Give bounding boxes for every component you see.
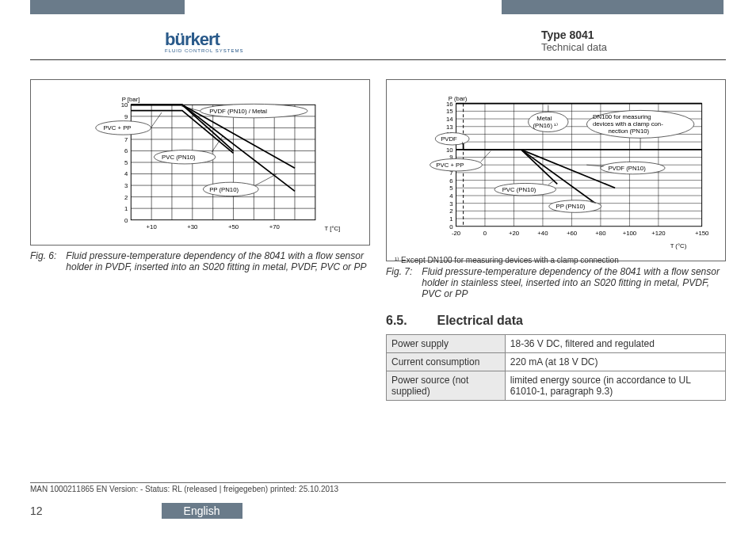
- logo-subtitle: FLUID CONTROL SYSTEMS: [165, 48, 243, 53]
- svg-text:2: 2: [124, 194, 128, 201]
- svg-text:Metal: Metal: [536, 115, 552, 122]
- svg-text:4: 4: [449, 192, 453, 200]
- chart2-xlabel: T (°C): [670, 242, 687, 249]
- svg-text:+120: +120: [651, 230, 665, 237]
- figure-6-caption: Fig. 6: Fluid pressure-temperature depen…: [30, 250, 370, 272]
- section-label: Technical data: [541, 41, 607, 53]
- fig7-label: Fig. 7:: [386, 266, 412, 299]
- svg-text:6: 6: [449, 177, 452, 185]
- fig7-footnote: ¹⁾ Except DN100 for measuring devices wi…: [395, 256, 717, 265]
- svg-text:+70: +70: [269, 223, 280, 230]
- svg-text:+100: +100: [623, 230, 636, 237]
- svg-text:10: 10: [446, 147, 453, 154]
- elec-key-1: Current consumption: [387, 353, 506, 371]
- svg-text:PVC (PN10): PVC (PN10): [502, 186, 536, 193]
- table-row: Power supply 18-36 V DC, filtered and re…: [387, 335, 726, 353]
- fig6-label: Fig. 6:: [30, 250, 56, 272]
- svg-line-112: [481, 151, 491, 162]
- svg-text:5: 5: [124, 159, 128, 166]
- svg-text:-20: -20: [452, 230, 460, 237]
- page-footer: 12 English: [30, 503, 726, 519]
- figure-7-chart: P (bar) T (°C): [386, 79, 726, 261]
- svg-text:+20: +20: [509, 230, 519, 237]
- svg-text:13: 13: [446, 124, 453, 131]
- chart1-xlabel: T [°C]: [324, 225, 340, 232]
- elec-key-0: Power supply: [387, 335, 506, 353]
- elec-val-0: 18-36 V DC, filtered and regulated: [505, 335, 725, 353]
- svg-text:15: 15: [446, 108, 453, 115]
- svg-text:+150: +150: [695, 230, 708, 237]
- section-title: Electrical data: [437, 314, 523, 327]
- svg-text:7: 7: [124, 136, 128, 143]
- svg-text:PVC + PP: PVC + PP: [103, 124, 131, 131]
- svg-text:PVDF (PN10) / Metal: PVDF (PN10) / Metal: [209, 108, 267, 115]
- type-label: Type 8041: [541, 29, 607, 41]
- brand-logo: bürkert FLUID CONTROL SYSTEMS: [165, 29, 243, 53]
- svg-text:0: 0: [449, 223, 452, 230]
- svg-text:PP (PN10): PP (PN10): [556, 203, 586, 210]
- svg-text:+30: +30: [187, 223, 197, 230]
- svg-text:6: 6: [124, 147, 128, 154]
- page-header: bürkert FLUID CONTROL SYSTEMS Type 8041 …: [30, 29, 726, 60]
- svg-text:+60: +60: [567, 230, 577, 237]
- svg-text:+10: +10: [147, 223, 157, 230]
- svg-text:16: 16: [446, 101, 453, 108]
- svg-text:PVC (PN10): PVC (PN10): [162, 154, 196, 161]
- svg-line-44: [255, 174, 277, 186]
- electrical-data-table: Power supply 18-36 V DC, filtered and re…: [386, 334, 726, 401]
- top-color-bars: [0, 0, 756, 14]
- svg-text:+50: +50: [228, 223, 239, 230]
- figure-6-chart: P [bar] T [°C]: [30, 79, 370, 246]
- svg-text:PVDF (PN10): PVDF (PN10): [608, 165, 646, 172]
- svg-text:+80: +80: [595, 230, 605, 237]
- svg-text:5: 5: [449, 185, 452, 192]
- svg-text:1: 1: [124, 205, 128, 212]
- svg-text:9: 9: [124, 113, 128, 120]
- language-badge: English: [162, 503, 242, 519]
- page-number: 12: [30, 504, 43, 517]
- svg-text:0: 0: [483, 230, 487, 237]
- svg-text:PP (PN10): PP (PN10): [209, 186, 239, 193]
- svg-text:PVC + PP: PVC + PP: [436, 162, 464, 169]
- document-info-line: MAN 1000211865 EN Version: - Status: RL …: [30, 482, 726, 493]
- fig7-text: Fluid pressure-temperature dependency of…: [422, 266, 726, 299]
- svg-text:10: 10: [121, 101, 128, 109]
- svg-text:2: 2: [449, 207, 452, 215]
- table-row: Power source (not supplied) limited ener…: [387, 371, 726, 401]
- svg-text:DN100 for measuring: DN100 for measuring: [593, 113, 651, 120]
- svg-text:1: 1: [449, 215, 452, 223]
- svg-text:nection (PN10): nection (PN10): [608, 128, 649, 135]
- elec-key-2: Power source (not supplied): [387, 371, 506, 401]
- figure-7-caption: Fig. 7: Fluid pressure-temperature depen…: [386, 266, 726, 299]
- section-heading: 6.5. Electrical data: [386, 314, 726, 328]
- section-number: 6.5.: [386, 314, 433, 328]
- svg-text:+40: +40: [537, 230, 548, 237]
- svg-text:devices with a clamp con-: devices with a clamp con-: [593, 120, 663, 128]
- svg-text:4: 4: [124, 170, 128, 177]
- elec-val-2: limited energy source (in accordance to …: [505, 371, 725, 401]
- table-row: Current consumption 220 mA (at 18 V DC): [387, 353, 726, 371]
- svg-text:3: 3: [124, 182, 128, 189]
- svg-text:14: 14: [446, 116, 453, 123]
- svg-text:3: 3: [449, 200, 452, 207]
- svg-line-115: [586, 165, 603, 166]
- elec-val-1: 220 mA (at 18 V DC): [505, 353, 725, 371]
- fig6-text: Fluid pressure-temperature dependency of…: [66, 250, 370, 272]
- svg-line-38: [151, 112, 162, 128]
- svg-line-118: [548, 181, 555, 185]
- logo-text: bürkert: [165, 29, 220, 50]
- doc-info: MAN 1000211865 EN Version: - Status: RL …: [30, 485, 338, 493]
- svg-text:PVDF: PVDF: [441, 135, 457, 143]
- svg-text:0: 0: [124, 217, 128, 224]
- svg-text:(PN16) ¹⁾: (PN16) ¹⁾: [533, 122, 557, 129]
